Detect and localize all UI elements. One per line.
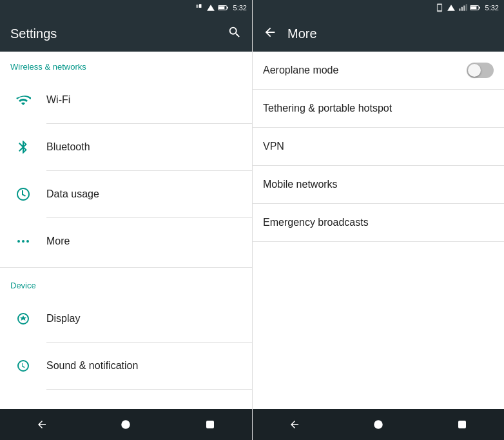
- right-back-nav-button[interactable]: [269, 409, 320, 440]
- data-usage-icon: [10, 186, 36, 202]
- right-toolbar: More: [253, 15, 504, 52]
- vpn-item[interactable]: VPN: [253, 128, 504, 165]
- more-dots-icon: [10, 234, 36, 249]
- svg-rect-18: [470, 6, 476, 10]
- divider-emergency: [253, 241, 504, 242]
- svg-rect-20: [459, 421, 466, 428]
- signal-bars-icon: [458, 3, 467, 12]
- svg-rect-0: [196, 5, 199, 8]
- wifi-icon: [10, 92, 36, 108]
- search-button[interactable]: [228, 25, 242, 43]
- emergency-broadcasts-item[interactable]: Emergency broadcasts: [253, 204, 504, 241]
- bluetooth-icon: [10, 139, 36, 155]
- bluetooth-label: Bluetooth: [46, 141, 90, 153]
- section-divider: [0, 267, 252, 268]
- device-section-header: Device: [0, 270, 252, 295]
- signal-right-icon: [447, 3, 456, 12]
- svg-rect-15: [465, 4, 467, 11]
- right-status-bar: 5:32: [253, 0, 504, 15]
- svg-marker-2: [207, 5, 215, 10]
- wireless-section-header: Wireless & networks: [0, 52, 252, 77]
- svg-rect-14: [463, 6, 465, 11]
- svg-point-8: [26, 240, 29, 243]
- more-title: More: [287, 26, 494, 41]
- aeroplane-mode-label: Aeroplane mode: [263, 65, 467, 76]
- tethering-label: Tethering & portable hotspot: [263, 103, 494, 114]
- right-battery-icon: [470, 5, 480, 11]
- right-back-button[interactable]: [263, 25, 277, 43]
- mobile-networks-item[interactable]: Mobile networks: [253, 166, 504, 203]
- data-usage-item[interactable]: Data usage: [0, 171, 252, 217]
- left-status-bar: 5:32: [0, 0, 252, 15]
- settings-title: Settings: [10, 26, 228, 41]
- left-content: Wireless & networks Wi-Fi Bluetooth Data…: [0, 52, 252, 409]
- sound-label: Sound & notification: [46, 360, 138, 372]
- sound-item[interactable]: Sound & notification: [0, 343, 252, 389]
- svg-rect-4: [227, 7, 228, 9]
- data-usage-label: Data usage: [46, 188, 99, 200]
- aeroplane-mode-item[interactable]: Aeroplane mode: [253, 52, 504, 89]
- svg-marker-11: [447, 5, 455, 10]
- right-time: 5:32: [485, 4, 499, 12]
- display-label: Display: [46, 313, 80, 325]
- more-label: More: [46, 235, 70, 247]
- left-panel: 5:32 Settings Wireless & networks Wi-Fi …: [0, 0, 252, 440]
- toggle-knob: [468, 64, 481, 77]
- aeroplane-toggle[interactable]: [467, 63, 494, 78]
- right-panel: 5:32 More Aeroplane mode Tethering & por…: [252, 0, 504, 440]
- mobile-networks-label: Mobile networks: [263, 179, 494, 190]
- vpn-label: VPN: [263, 141, 494, 152]
- recents-button[interactable]: [184, 409, 236, 440]
- wifi-label: Wi-Fi: [46, 94, 70, 106]
- left-time: 5:32: [233, 4, 247, 12]
- wifi-item[interactable]: Wi-Fi: [0, 77, 252, 123]
- left-toolbar: Settings: [0, 15, 252, 52]
- right-recents-button[interactable]: [436, 409, 488, 440]
- sound-icon: [10, 358, 36, 374]
- svg-rect-12: [459, 8, 460, 11]
- battery-icon: [218, 5, 228, 11]
- svg-rect-1: [199, 4, 202, 8]
- divider-sound: [46, 389, 252, 390]
- svg-point-9: [122, 421, 130, 428]
- bluetooth-item[interactable]: Bluetooth: [0, 124, 252, 170]
- status-icons: 5:32: [195, 3, 247, 12]
- display-item[interactable]: Display: [0, 295, 252, 342]
- sim-icon: [195, 3, 204, 12]
- svg-point-7: [22, 240, 24, 243]
- screenshot-icon: [435, 3, 444, 12]
- svg-rect-10: [206, 421, 213, 428]
- svg-point-19: [374, 421, 382, 428]
- svg-rect-13: [461, 7, 462, 11]
- left-nav-bar: [0, 409, 252, 440]
- svg-point-6: [17, 240, 20, 243]
- svg-rect-5: [218, 6, 224, 10]
- more-item[interactable]: More: [0, 218, 252, 265]
- right-status-icons: 5:32: [435, 3, 499, 12]
- emergency-broadcasts-label: Emergency broadcasts: [263, 217, 494, 228]
- back-button[interactable]: [16, 409, 68, 440]
- right-nav-bar: [253, 409, 504, 440]
- display-icon: [10, 311, 36, 326]
- right-home-button[interactable]: [353, 409, 404, 440]
- right-content: Aeroplane mode Tethering & portable hots…: [253, 52, 504, 409]
- signal-icon: [206, 3, 215, 12]
- home-button[interactable]: [100, 409, 151, 440]
- tethering-item[interactable]: Tethering & portable hotspot: [253, 90, 504, 127]
- svg-rect-17: [479, 7, 480, 9]
